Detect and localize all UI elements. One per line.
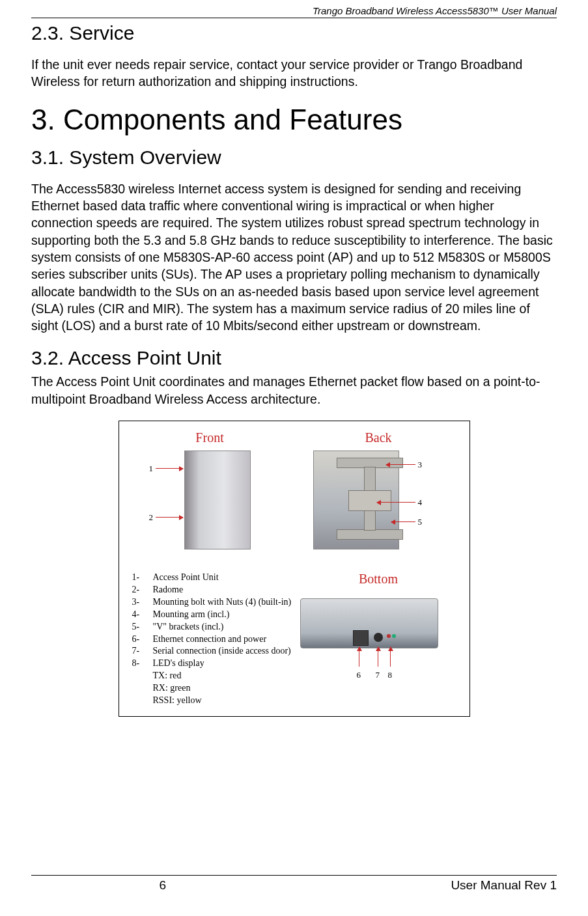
arrow-icon [156,468,183,469]
list-item: 2-Radome [132,584,294,596]
front-view: 1 2 [132,451,288,568]
list-item: 4-Mounting arm (incl.) [132,609,294,621]
heading-chapter-3: 3. Components and Features [31,104,557,136]
callout-3: 3 [417,460,422,470]
list-item: 5-"V" brackets (incl.) [132,621,294,633]
bottom-image-icon [300,598,438,648]
callout-8: 8 [387,670,392,680]
callout-5: 5 [417,517,422,527]
bottom-view: 6 7 8 [300,592,456,696]
paragraph-3-1: The Access5830 wireless Internet access … [31,180,557,335]
arrow-icon [386,464,415,465]
arrow-icon [390,647,391,667]
heading-3-2: 3.2. Access Point Unit [31,347,557,369]
list-item: 6-Ethernet connection and power [132,633,294,646]
callout-7: 7 [375,670,380,680]
callout-1: 1 [149,464,154,474]
running-header: Trango Broadband Wireless Access5830™ Us… [31,0,557,18]
paragraph-3-2: The Access Point Unit coordinates and ma… [31,373,557,408]
back-column: Back 3 4 5 [300,430,456,568]
list-item: 3-Mounting bolt with Nuts (4) (built-in) [132,596,294,609]
list-item: 7-Serial connection (inside access door) [132,645,294,658]
heading-3-1: 3.1. System Overview [31,146,557,169]
list-item: 8-LED's display TX: red RX: green RSSI: … [132,658,294,707]
arrow-icon [378,647,378,667]
front-label: Front [132,430,288,445]
diagram-top-row: Front 1 2 Back [132,430,456,568]
bottom-label: Bottom [300,572,456,587]
document-page: Trango Broadband Wireless Access5830™ Us… [0,0,588,916]
callout-2: 2 [149,512,154,523]
footer-label: User Manual Rev 1 [294,878,557,893]
heading-2-3: 2.3. Service [31,22,557,44]
list-item: 1-Access Point Unit [132,572,294,584]
arrow-icon [156,517,183,518]
diagram-bottom-row: 1-Access Point Unit 2-Radome 3-Mounting … [132,572,456,707]
arrow-icon [391,521,415,522]
callout-6: 6 [356,670,361,680]
back-view: 3 4 5 [300,451,456,568]
callout-4: 4 [417,497,422,508]
page-footer: 6 User Manual Rev 1 [31,875,557,893]
front-image-icon [184,451,251,549]
access-point-diagram: Front 1 2 Back [119,421,470,717]
page-number: 6 [31,878,294,893]
bottom-column: Bottom 6 7 8 [300,572,456,707]
paragraph-2-3: If the unit ever needs repair service, c… [31,56,557,90]
arrow-icon [377,502,415,503]
running-title-text: Trango Broadband Wireless Access5830™ Us… [313,5,557,16]
arrow-icon [359,647,359,667]
back-label: Back [300,430,456,445]
front-column: Front 1 2 [132,430,288,568]
parts-list: 1-Access Point Unit 2-Radome 3-Mounting … [132,572,294,707]
